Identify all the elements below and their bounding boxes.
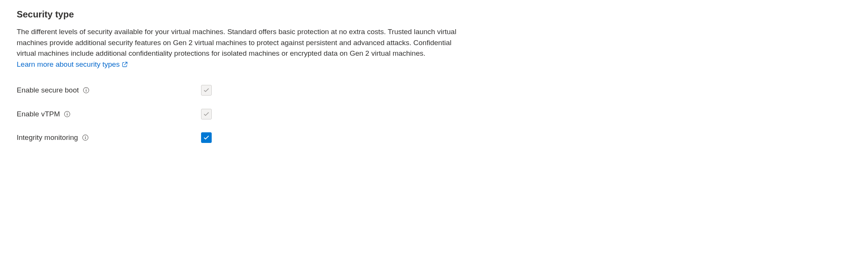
info-icon[interactable] xyxy=(64,111,71,118)
secure-boot-label: Enable secure boot xyxy=(17,85,79,96)
svg-rect-2 xyxy=(86,90,86,92)
integrity-monitoring-label: Integrity monitoring xyxy=(17,132,78,143)
svg-point-4 xyxy=(67,112,68,113)
svg-point-7 xyxy=(85,136,86,137)
secure-boot-label-wrap: Enable secure boot xyxy=(17,85,201,96)
external-link-icon xyxy=(122,61,128,67)
secure-boot-checkbox xyxy=(201,85,212,96)
info-icon[interactable] xyxy=(83,87,90,94)
security-type-description: The different levels of security availab… xyxy=(17,27,472,70)
svg-rect-8 xyxy=(85,137,86,139)
info-icon[interactable] xyxy=(82,134,89,141)
vtpm-label-wrap: Enable vTPM xyxy=(17,109,201,120)
vtpm-checkbox xyxy=(201,109,212,119)
security-type-heading: Security type xyxy=(17,8,851,21)
vtpm-row: Enable vTPM xyxy=(17,109,851,120)
vtpm-label: Enable vTPM xyxy=(17,109,60,120)
learn-more-link-text: Learn more about security types xyxy=(17,59,120,70)
learn-more-link[interactable]: Learn more about security types xyxy=(17,59,128,70)
svg-rect-5 xyxy=(67,113,68,115)
integrity-monitoring-row: Integrity monitoring xyxy=(17,132,851,143)
secure-boot-row: Enable secure boot xyxy=(17,85,851,96)
description-text: The different levels of security availab… xyxy=(17,28,456,57)
integrity-monitoring-checkbox[interactable] xyxy=(201,132,212,143)
integrity-monitoring-label-wrap: Integrity monitoring xyxy=(17,132,201,143)
svg-point-1 xyxy=(86,89,86,89)
